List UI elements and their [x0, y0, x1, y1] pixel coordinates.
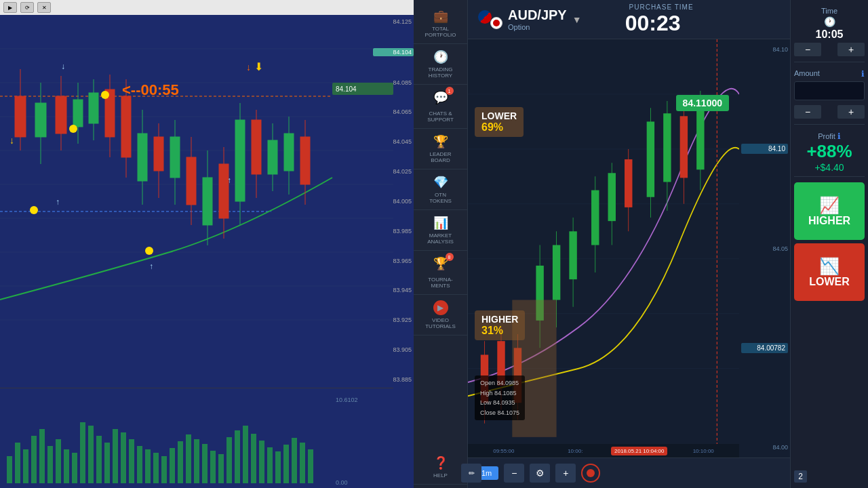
svg-rect-126 [647, 121, 654, 197]
svg-rect-89 [243, 426, 248, 483]
svg-rect-18 [73, 100, 83, 127]
svg-rect-97 [308, 449, 313, 483]
date-0955: 09:55:00 [468, 448, 540, 454]
higher-button[interactable]: 📈 HIGHER [794, 182, 865, 240]
timer-display: <--00:55 [122, 81, 179, 99]
svg-rect-16 [56, 96, 66, 134]
header-bar: AUD/JPY Option ▼ PURCHASE TIME 00:23 [468, 0, 790, 39]
svg-rect-90 [251, 434, 256, 483]
help-icon: ❓ [433, 455, 448, 470]
sidebar-item-leaderboard[interactable]: 🏆 LEADERBOARD [414, 129, 467, 169]
settings-btn[interactable]: ⚙ [530, 464, 550, 483]
svg-text:↑: ↑ [149, 262, 153, 271]
tutorials-icon: ▶ [433, 300, 448, 315]
sidebar-label-portfolio: TOTALPORTFOLIO [425, 26, 456, 38]
sidebar-item-chats[interactable]: 💬 1 CHATS &SUPPORT [414, 85, 467, 129]
svg-rect-94 [283, 445, 289, 483]
time-minus-btn[interactable]: − [794, 43, 821, 56]
purchase-time-label: PURCHASE TIME [629, 3, 694, 11]
svg-rect-128 [663, 113, 671, 182]
svg-rect-93 [275, 451, 281, 483]
otn-icon: 💎 [433, 175, 448, 190]
zoom-out-btn[interactable]: − [504, 464, 524, 483]
svg-rect-77 [145, 449, 151, 483]
svg-rect-88 [235, 430, 240, 483]
sidebar-item-history[interactable]: 🕐 TRADINGHISTORY [414, 44, 467, 85]
sidebar-item-market[interactable]: 📊 MARKETANALYSIS [414, 210, 467, 251]
price-83965: 83.965 [373, 258, 414, 264]
svg-rect-70 [88, 426, 94, 483]
chart-price-labels: 84.10 84.10 84.05 84.00782 84.00 [739, 39, 790, 458]
volume-chart: 0.00 10.6102 [0, 388, 393, 488]
svg-rect-82 [186, 434, 191, 483]
lower-overlay: LOWER 69% [475, 107, 524, 137]
record-btn[interactable] [581, 464, 600, 483]
sidebar-item-otn[interactable]: 💎 OTNTOKENS [414, 169, 467, 210]
svg-rect-72 [104, 443, 110, 483]
ohlc-close: Close 84.1075 [480, 408, 519, 418]
purchase-time-value: 00:23 [625, 11, 681, 36]
pair-selector[interactable]: AUD/JPY Option ▼ [478, 7, 582, 31]
sidebar-label-leaderboard: LEADERBOARD [429, 151, 451, 163]
svg-point-50 [145, 247, 153, 255]
sidebar-item-tournaments[interactable]: 🏆 8 TOURNA-MENTS [414, 251, 467, 295]
left-chart-panel: ▶ ⟳ ✕ [0, 0, 414, 488]
price-84085: 84.085 [373, 79, 414, 86]
svg-rect-61 [15, 443, 20, 483]
price-83985: 83.985 [373, 228, 414, 235]
profit-label: Profit ℹ [794, 131, 865, 141]
leaderboard-icon: 🏆 [433, 134, 448, 149]
ohlc-open: Open 84.0985 [480, 378, 519, 388]
svg-rect-76 [137, 446, 142, 483]
drawing-tool-btn[interactable]: ✏ [461, 464, 481, 483]
sidebar-label-tutorials: VIDEOTUTORIALS [425, 317, 456, 329]
sidebar-item-portfolio[interactable]: 💼 TOTALPORTFOLIO [414, 3, 467, 44]
amount-input[interactable]: $ 5 [794, 81, 865, 100]
svg-text:↓: ↓ [61, 62, 65, 71]
toolbar-btn-3[interactable]: ✕ [37, 2, 51, 13]
svg-text:↓: ↓ [9, 135, 14, 146]
date-bar: 09:55:00 10:00: 2018.05.21 10:04:00 10:1… [468, 444, 739, 458]
amount-section: Amount ℹ $ 5 − + [794, 66, 865, 125]
profit-info-icon: ℹ [837, 131, 841, 141]
amount-plus-btn[interactable]: + [837, 105, 865, 119]
left-toolbar: ▶ ⟳ ✕ [0, 0, 414, 15]
chart-bottom-price: 84.00782 [741, 343, 788, 353]
higher-label: HIGHER [481, 314, 518, 325]
selected-date: 2018.05.21 10:04:00 [611, 447, 667, 455]
toolbar-btn-2[interactable]: ⟳ [20, 2, 34, 13]
price-84005: 84.005 [373, 198, 414, 205]
svg-rect-122 [608, 173, 616, 221]
svg-rect-84 [202, 444, 208, 483]
sidebar-item-help[interactable]: ❓ HELP [414, 450, 467, 485]
svg-rect-87 [226, 437, 232, 483]
svg-rect-65 [47, 446, 53, 483]
toolbar-btn-1[interactable]: ▶ [3, 2, 17, 13]
sidebar-label-chats: CHATS &SUPPORT [427, 110, 454, 123]
pair-dropdown-icon[interactable]: ▼ [572, 14, 582, 25]
svg-rect-75 [129, 439, 134, 483]
amount-minus-btn[interactable]: − [794, 105, 821, 119]
sidebar-item-tutorials[interactable]: ▶ VIDEOTUTORIALS [414, 295, 467, 336]
ohlc-info: Open 84.0985 High 84.1085 Low 84.0935 Cl… [475, 375, 525, 420]
chart-tools: ✏ [461, 464, 481, 483]
zoom-in-btn[interactable]: + [555, 464, 576, 483]
svg-point-47 [101, 91, 109, 99]
svg-text:↓: ↓ [246, 62, 251, 73]
time-plus-btn[interactable]: + [837, 43, 865, 56]
price-83885: 83.885 [373, 376, 414, 383]
price-axis: 84.125 84.104 84.085 84.065 84.045 84.02… [373, 15, 414, 386]
right-area: 💼 TOTALPORTFOLIO 🕐 TRADINGHISTORY 💬 1 CH… [414, 0, 868, 488]
price-84025: 84.025 [373, 168, 414, 175]
chart-price-84100: 84.10 [741, 144, 788, 154]
svg-rect-67 [64, 449, 69, 483]
svg-point-48 [69, 125, 77, 133]
higher-overlay: HIGHER 31% [475, 310, 525, 340]
profit-section: Profit ℹ +88% +$4.40 [794, 128, 865, 177]
chart-price-8410: 84.10 [741, 46, 788, 53]
portfolio-icon: 💼 [433, 9, 448, 24]
chats-badge-count: 1 [446, 87, 454, 95]
lower-button[interactable]: 📉 LOWER [794, 243, 865, 301]
svg-rect-130 [680, 116, 688, 178]
date-1010: 10:10:00 [667, 448, 739, 454]
